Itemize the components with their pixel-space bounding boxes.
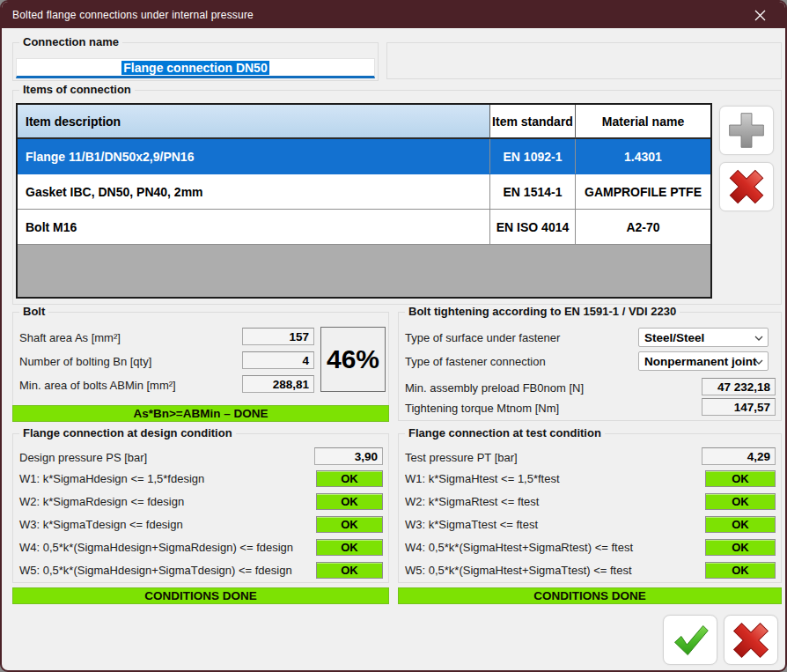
bolt-count-value[interactable]: 4	[242, 351, 314, 369]
design-check-w3-label: W3: k*SigmaTdesign <= fdesign	[19, 518, 183, 531]
test-check-w4-label: W4: 0,5*k*(SigmaHtest+SigmaRtest) <= fte…	[405, 541, 633, 554]
design-check-w5-label: W5: 0,5*k*(SigmaHdesign+SigmaTdesign) <=…	[19, 564, 292, 577]
table-row-bolt[interactable]: Bolt M16 EN ISO 4014 A2-70	[18, 210, 710, 245]
design-check-w1-label: W1: k*SigmaHdesign <= 1,5*fdesign	[19, 472, 204, 485]
cancel-button[interactable]	[724, 615, 778, 665]
cell-description: Bolt M16	[18, 210, 490, 244]
bolt-status-bar: As*Bn>=ABMin – DONE	[12, 405, 389, 422]
test-check-w3-label: W3: k*SigmaTtest <= ftest	[405, 518, 538, 531]
design-check-w2-status[interactable]: OK	[316, 493, 383, 510]
torque-value[interactable]: 147,57	[702, 398, 776, 416]
test-check-w1-label: W1: k*SigmaHtest <= 1,5*ftest	[405, 472, 560, 485]
test-caption: Flange connection at test condition	[405, 426, 605, 439]
cell-material: A2-70	[576, 210, 710, 244]
shaft-area-label: Shaft area As [mm²]	[19, 331, 121, 344]
test-check-w5-status[interactable]: OK	[705, 562, 776, 579]
test-check-w1-status[interactable]: OK	[705, 470, 776, 487]
table-row-flange[interactable]: Flange 11/B1/DN50x2,9/PN16 EN 1092-1 1.4…	[18, 139, 710, 174]
delete-item-button[interactable]	[719, 162, 774, 211]
cell-material: GAMPROFILE PTFE	[576, 174, 710, 209]
fastener-type-label: Type of fastener connection	[405, 355, 546, 368]
connection-name-caption: Connection name	[19, 35, 122, 48]
design-check-w2-label: W2: k*SigmaRdesign <= fdesign	[19, 495, 184, 508]
items-caption: Items of connection	[19, 83, 135, 96]
surface-type-value: Steel/Steel	[644, 331, 704, 344]
chevron-down-icon	[754, 336, 763, 341]
confirm-button[interactable]	[663, 615, 717, 665]
dialog-window: Bolted flange connections under internal…	[0, 0, 787, 672]
design-check-w4-label: W4: 0,5*k*(SigmaHdesign+SigmaRdesign) <=…	[19, 541, 293, 554]
cell-standard: EN 1092-1	[490, 139, 576, 174]
bolt-caption: Bolt	[19, 305, 48, 318]
test-check-w4-status[interactable]: OK	[705, 539, 776, 556]
design-status-bar: CONDITIONS DONE	[12, 587, 389, 604]
checkmark-icon	[669, 620, 711, 661]
test-check-w3-status[interactable]: OK	[705, 516, 776, 533]
preload-value[interactable]: 47 232,18	[702, 378, 776, 395]
cancel-x-icon	[729, 619, 773, 661]
window-title: Bolted flange connections under internal…	[2, 9, 254, 21]
design-pressure-label: Design pressure PS [bar]	[19, 451, 147, 464]
header-item-standard[interactable]: Item standard	[490, 105, 576, 139]
fastener-type-select[interactable]: Nonpermanent joint	[638, 351, 769, 371]
empty-panel	[386, 42, 782, 79]
test-pressure-value[interactable]: 4,29	[702, 447, 776, 465]
plus-icon	[726, 110, 767, 151]
test-check-w2-label: W2: k*SigmaRtest <= ftest	[405, 495, 539, 508]
fastener-type-value: Nonpermanent joint	[644, 355, 757, 368]
design-check-w5-status[interactable]: OK	[316, 562, 383, 579]
title-bar: Bolted flange connections under internal…	[2, 2, 785, 28]
test-check-w5-label: W5: 0,5*k*(SigmaHtest+SigmaTtest) <= fte…	[405, 564, 632, 577]
connection-name-input[interactable]: Flange connection DN50	[16, 58, 375, 78]
chevron-down-icon	[754, 359, 763, 365]
tightening-caption: Bolt tightening according to EN 1591-1 /…	[405, 305, 680, 318]
table-row-gasket[interactable]: Gasket IBC, DN50, PN40, 2mm EN 1514-1 GA…	[18, 174, 710, 210]
min-bolt-area-label: Min. area of bolts ABMin [mm²]	[19, 379, 176, 392]
cell-standard: EN ISO 4014	[490, 210, 576, 244]
add-item-button[interactable]	[719, 106, 774, 155]
header-item-description[interactable]: Item description	[18, 105, 490, 139]
surface-type-select[interactable]: Steel/Steel	[638, 328, 769, 347]
design-check-w1-status[interactable]: OK	[316, 470, 383, 487]
bolt-utilization-percent: 46%	[320, 327, 386, 392]
design-caption: Flange connection at design condition	[19, 426, 236, 439]
delete-x-icon	[725, 166, 768, 208]
test-status-bar: CONDITIONS DONE	[398, 587, 782, 604]
table-header-row: Item description Item standard Material …	[18, 105, 710, 139]
torque-label: Tightening torque Mtnom [Nm]	[405, 402, 559, 415]
surface-type-label: Type of surface under fastener	[405, 331, 560, 344]
cell-standard: EN 1514-1	[490, 174, 576, 209]
items-table: Item description Item standard Material …	[16, 103, 712, 299]
close-button[interactable]	[741, 2, 778, 28]
shaft-area-value[interactable]: 157	[242, 328, 314, 345]
cell-material: 1.4301	[576, 139, 710, 174]
min-bolt-area-value[interactable]: 288,81	[242, 375, 314, 393]
header-material-name[interactable]: Material name	[576, 105, 710, 139]
preload-label: Min. assembly preload FB0nom [N]	[405, 381, 584, 395]
cell-description: Gasket IBC, DN50, PN40, 2mm	[18, 174, 490, 209]
test-pressure-label: Test pressure PT [bar]	[405, 451, 518, 464]
connection-name-value: Flange connection DN50	[121, 61, 268, 75]
design-check-w4-status[interactable]: OK	[316, 539, 383, 556]
bolt-count-label: Number of bolting Bn [qty]	[19, 355, 151, 368]
close-icon	[754, 10, 766, 21]
design-check-w3-status[interactable]: OK	[316, 516, 383, 533]
test-check-w2-status[interactable]: OK	[705, 493, 776, 510]
design-pressure-value[interactable]: 3,90	[314, 447, 383, 465]
cell-description: Flange 11/B1/DN50x2,9/PN16	[18, 139, 490, 174]
